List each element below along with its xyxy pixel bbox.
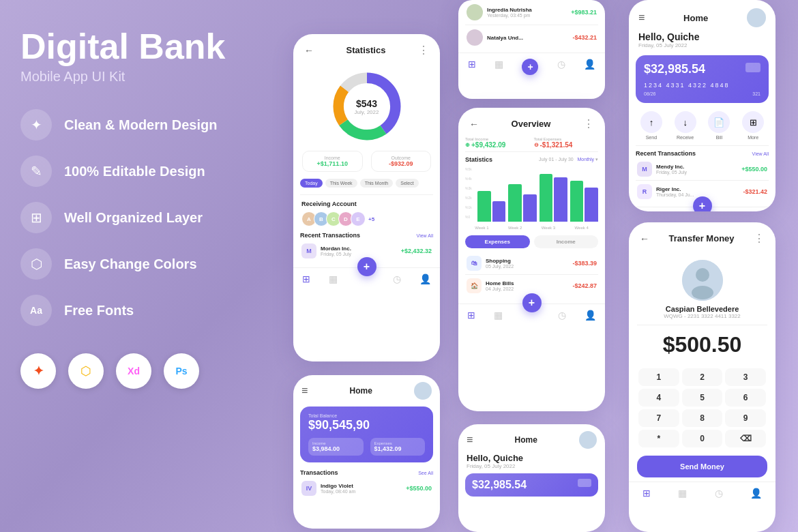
- bill-icon: 📄: [708, 111, 730, 133]
- expenses-toggle[interactable]: Expenses: [465, 235, 530, 248]
- home-bottom-tx-header: Transactions See All: [293, 467, 440, 477]
- stats-fab[interactable]: +: [357, 257, 376, 276]
- tr-nav-clock[interactable]: ◷: [715, 488, 723, 499]
- tr-nav-user[interactable]: 👤: [750, 488, 762, 499]
- key-0[interactable]: 0: [682, 430, 723, 447]
- tx1-amount: +$983.21: [571, 9, 597, 16]
- home2-avatar: [579, 431, 597, 449]
- home-right-menu-icon[interactable]: ≡: [638, 12, 645, 24]
- overview-phone: ← Overview ⋮ Total Income ⊕ +$9,432.09 T…: [458, 108, 605, 411]
- key-2[interactable]: 2: [682, 368, 723, 386]
- total-balance-label: Total Balance: [308, 413, 425, 418]
- stats-nav-user[interactable]: 👤: [419, 274, 431, 284]
- home2-hello: Hello, Quiche: [467, 453, 597, 463]
- action-more[interactable]: ⊞ More: [742, 111, 764, 140]
- mendy-logo: M: [637, 162, 652, 177]
- nav-clock-icon[interactable]: ◷: [557, 59, 565, 75]
- shopping-amount: -$383.39: [572, 260, 597, 267]
- home2-date: Friday, 05 July 2022: [467, 463, 597, 469]
- tab-today[interactable]: Today: [300, 179, 323, 188]
- home-right-card-number: 1234 4331 4322 4848: [644, 82, 760, 89]
- ov-nav-clock[interactable]: ◷: [558, 310, 566, 321]
- ov-nav-home[interactable]: ⊞: [467, 310, 475, 321]
- feature-item-clean: ✦ Clean & Modern Design: [20, 109, 266, 141]
- homebills-amount: -$242.87: [572, 282, 597, 289]
- organized-icon: ⊞: [20, 202, 52, 233]
- dots-icon[interactable]: ⋮: [418, 44, 429, 57]
- stats-nav-home[interactable]: ⊞: [302, 274, 310, 284]
- send-money-button[interactable]: Send Money: [637, 456, 767, 477]
- home-bottom-tx-title: Transactions: [300, 469, 338, 476]
- hr-view-all[interactable]: View All: [752, 151, 769, 156]
- home-right-date: Friday, 05 July 2022: [638, 42, 766, 48]
- nav-user-icon[interactable]: 👤: [584, 59, 595, 75]
- feature-label-organized: Well Organized Layer: [64, 210, 203, 226]
- action-send[interactable]: ↑ Send: [640, 111, 662, 140]
- nav-home-icon[interactable]: ⊞: [468, 59, 476, 75]
- stats-title: Statistics: [346, 45, 386, 55]
- transfer-dots[interactable]: ⋮: [754, 232, 765, 245]
- key-5[interactable]: 5: [682, 389, 723, 407]
- indigo-date: Today, 08:40 am: [321, 489, 355, 494]
- tool-icons-row: ✦ ⬡ Xd Ps: [20, 353, 266, 389]
- key-1[interactable]: 1: [638, 368, 679, 386]
- income-toggle[interactable]: Income: [534, 235, 599, 248]
- action-bill[interactable]: 📄 Bill: [708, 111, 730, 140]
- mendy-amount: +$550.00: [741, 166, 767, 173]
- ov-nav-user[interactable]: 👤: [585, 310, 596, 321]
- xd-icon: Xd: [116, 353, 151, 389]
- recent-tx-header: Recent Transactions View All: [293, 229, 440, 240]
- home2-card-chip: [578, 479, 591, 487]
- transfer-bottom-nav: ⊞ ▦ ◷ 👤: [629, 482, 775, 503]
- ov-stats-label: Statistics: [465, 156, 492, 163]
- stats-nav-clock[interactable]: ◷: [393, 274, 401, 284]
- key-3[interactable]: 3: [725, 368, 766, 386]
- overview-bar-chart: %5k %4k %3k %2k %1k %0: [458, 164, 605, 226]
- tab-select[interactable]: Select: [396, 179, 418, 188]
- hr-fab[interactable]: +: [693, 196, 712, 211]
- tab-this-month[interactable]: This Month: [360, 179, 394, 188]
- more-label: More: [748, 135, 758, 140]
- home2-title: Home: [515, 435, 537, 445]
- key-9[interactable]: 9: [725, 409, 766, 427]
- home-bottom-menu[interactable]: ≡: [301, 385, 308, 397]
- view-all-link[interactable]: View All: [417, 233, 433, 238]
- mendy-date: Friday, 05 July: [656, 170, 687, 175]
- nav-chart-icon[interactable]: ▦: [494, 59, 503, 75]
- tr-nav-chart[interactable]: ▦: [678, 488, 687, 499]
- income-label: Income: [310, 156, 355, 160]
- overview-dots[interactable]: ⋮: [583, 117, 594, 130]
- key-backspace[interactable]: ⌫: [725, 430, 766, 447]
- feature-item-colors: ⬡ Easy Change Colors: [20, 248, 266, 280]
- key-star[interactable]: *: [638, 430, 679, 447]
- key-7[interactable]: 7: [638, 409, 679, 427]
- home2-menu[interactable]: ≡: [467, 434, 473, 446]
- tx-item-1: Ingredia Nutrisha Yesterday, 03:45 pm +$…: [458, 0, 605, 25]
- tab-this-week[interactable]: This Week: [325, 179, 357, 188]
- overview-title: Overview: [512, 119, 551, 129]
- stats-tabs: Today This Week This Month Select: [293, 175, 440, 192]
- shopping-name: Shopping: [486, 258, 514, 264]
- home-bottom-see-all[interactable]: See All: [418, 471, 433, 475]
- action-receive[interactable]: ↓ Receive: [675, 111, 696, 140]
- key-8[interactable]: 8: [682, 409, 723, 427]
- key-4[interactable]: 4: [638, 389, 679, 407]
- balance-sub-row: Income $3,984.00 Expenses $1,432.09: [308, 438, 425, 456]
- ov-income-box: Total Income ⊕ +$9,432.09: [465, 137, 530, 149]
- key-6[interactable]: 6: [725, 389, 766, 407]
- transfer-title: Transfer Money: [668, 233, 734, 243]
- person-avatar: [682, 260, 723, 301]
- tr-nav-home[interactable]: ⊞: [642, 488, 651, 499]
- overview-back-icon[interactable]: ←: [469, 119, 479, 130]
- total-balance-value: $90,545,90: [308, 418, 425, 432]
- home2-balance: $32,985.54: [472, 479, 591, 491]
- stats-nav-chart[interactable]: ▦: [329, 274, 338, 284]
- ov-nav-chart[interactable]: ▦: [494, 310, 503, 321]
- fab-plus[interactable]: +: [522, 59, 538, 75]
- overview-fab[interactable]: +: [522, 293, 542, 312]
- income-stat-box: Income +$1,711.10: [302, 151, 363, 172]
- transfer-person: Caspian Bellevedere WQWG - 2231 3322 441…: [629, 250, 775, 323]
- transfer-back-icon[interactable]: ←: [640, 233, 649, 244]
- clean-modern-icon: ✦: [20, 109, 52, 141]
- back-icon[interactable]: ←: [304, 45, 314, 56]
